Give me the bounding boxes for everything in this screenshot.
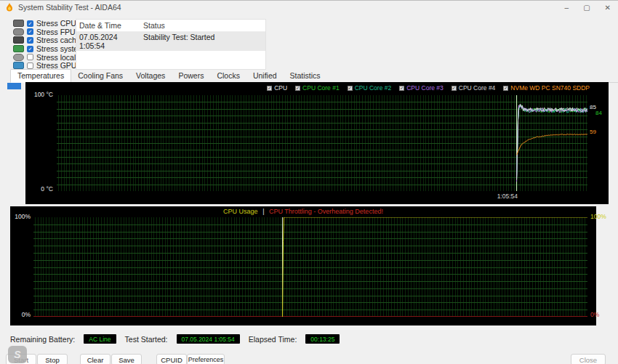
tab-strip: Temperatures Cooling Fans Voltages Power… <box>10 70 618 83</box>
stop-button[interactable]: Stop <box>37 354 68 364</box>
legend-item-core4[interactable]: CPU Core #4 <box>452 84 496 92</box>
usage-min-right: 0% <box>590 311 599 318</box>
stress-cache-checkbox[interactable] <box>27 37 33 44</box>
elapsed-label: Elapsed Time: <box>249 335 297 344</box>
chart-legend: CPU CPU Core #1 CPU Core #2 CPU Core #3 … <box>267 84 590 92</box>
legend-item-core2[interactable]: CPU Core #2 <box>348 84 392 92</box>
test-started-value: 07.05.2024 1:05:54 <box>177 334 240 344</box>
tab-powers[interactable]: Powers <box>172 70 210 82</box>
stability-test-window: System Stability Test - AIDA64 – ▢ ✕ Str… <box>0 0 618 364</box>
gpu-icon <box>13 62 24 69</box>
tab-temperatures[interactable]: Temperatures <box>10 69 71 83</box>
cpu-usage-chart <box>33 217 587 317</box>
cpu-icon <box>13 20 24 27</box>
log-header: Date & Time Status <box>76 20 265 32</box>
tab-voltages[interactable]: Voltages <box>129 70 172 82</box>
event-time-label: 1:05:54 <box>460 193 518 200</box>
legend-label: CPU Core #1 <box>302 84 340 92</box>
temperature-chart <box>57 95 587 191</box>
fpu-icon <box>13 28 24 36</box>
tab-clocks[interactable]: Clocks <box>210 70 246 82</box>
legend-checkbox[interactable] <box>503 86 508 91</box>
end-value-nvme: 59 <box>590 129 596 135</box>
clear-button[interactable]: Clear <box>80 354 111 364</box>
disk-icon <box>13 54 24 61</box>
stress-fpu-label: Stress FPU <box>36 28 76 36</box>
log-col-datetime[interactable]: Date & Time <box>76 20 140 31</box>
tab-unified[interactable]: Unified <box>246 70 284 82</box>
battery-label: Remaining Battery: <box>10 335 75 344</box>
battery-value: AC Line <box>84 334 116 344</box>
usage-max-right: 100% <box>590 213 606 220</box>
app-icon <box>5 3 14 12</box>
legend-checkbox[interactable] <box>267 86 272 91</box>
memory-icon <box>13 45 24 52</box>
legend-label: CPU Core #4 <box>459 84 496 92</box>
legend-item-core1[interactable]: CPU Core #1 <box>295 84 340 92</box>
close-icon[interactable]: ✕ <box>605 4 611 12</box>
tab-cooling-fans[interactable]: Cooling Fans <box>71 70 129 82</box>
title-bar: System Stability Test - AIDA64 – ▢ ✕ <box>0 1 618 14</box>
stress-cache-label: Stress cache <box>36 36 81 44</box>
legend-label: CPU Core #3 <box>406 84 444 92</box>
legend-label: NVMe WD PC SN740 SDDP <box>510 84 590 92</box>
test-started-label: Test Started: <box>125 335 168 344</box>
legend-checkbox[interactable] <box>399 86 404 91</box>
stress-cpu-checkbox[interactable] <box>27 20 33 27</box>
stress-gpu-checkbox[interactable] <box>27 62 33 69</box>
cpuid-button[interactable]: CPUID <box>156 354 187 364</box>
legend-label: CPU Core #2 <box>355 84 392 92</box>
y-axis-min-label: 0 °C <box>25 185 53 193</box>
log-cell-datetime: 07.05.2024 1:05:54 <box>76 32 140 51</box>
cpu-usage-chart-panel: CPU Usage | CPU Throttling - Overheating… <box>10 206 596 325</box>
tab-statistics[interactable]: Statistics <box>284 70 327 82</box>
status-row: Remaining Battery: AC Line Test Started:… <box>10 334 340 344</box>
legend-checkbox[interactable] <box>452 86 457 91</box>
throttling-alert: CPU Throttling - Overheating Detected! <box>269 208 383 215</box>
legend-checkbox[interactable] <box>348 86 353 91</box>
log-cell-status: Stability Test: Started <box>140 32 217 51</box>
stress-fpu-checkbox[interactable] <box>27 28 33 35</box>
save-button[interactable]: Save <box>111 354 142 364</box>
minimize-icon[interactable]: – <box>565 4 569 12</box>
legend-checkbox[interactable] <box>295 86 300 91</box>
preferences-button[interactable]: Preferences <box>187 354 225 364</box>
usage-separator: | <box>262 208 264 215</box>
usage-title: CPU Usage <box>223 208 258 215</box>
window-title: System Stability Test - AIDA64 <box>18 3 121 12</box>
elapsed-value: 00:13:25 <box>305 334 340 344</box>
usage-min-left: 0% <box>13 311 31 318</box>
stress-disks-checkbox[interactable] <box>27 54 33 60</box>
legend-label: CPU <box>274 84 287 92</box>
stress-memory-checkbox[interactable] <box>27 46 33 52</box>
legend-item-core3[interactable]: CPU Core #3 <box>399 84 444 92</box>
log-col-status[interactable]: Status <box>140 20 168 31</box>
maximize-icon[interactable]: ▢ <box>583 4 590 12</box>
y-axis-max-label: 100 °C <box>25 91 53 98</box>
temperature-chart-panel: CPU CPU Core #1 CPU Core #2 CPU Core #3 … <box>25 82 609 204</box>
event-log-table: Date & Time Status 07.05.2024 1:05:54 St… <box>76 19 266 70</box>
start-overlay-icon: S <box>8 346 27 363</box>
end-value-cores: 84 <box>595 110 602 116</box>
legend-item-nvme[interactable]: NVMe WD PC SN740 SDDP <box>503 84 590 92</box>
stress-cpu-label: Stress CPU <box>36 19 76 28</box>
usage-chart-header: CPU Usage | CPU Throttling - Overheating… <box>10 208 596 215</box>
cache-icon <box>13 36 24 44</box>
legend-item-cpu[interactable]: CPU <box>267 84 287 92</box>
usage-max-left: 100% <box>13 213 31 220</box>
close-button[interactable]: Close <box>571 354 606 364</box>
log-row[interactable]: 07.05.2024 1:05:54 Stability Test: Start… <box>76 32 265 51</box>
blue-indicator <box>7 83 21 89</box>
